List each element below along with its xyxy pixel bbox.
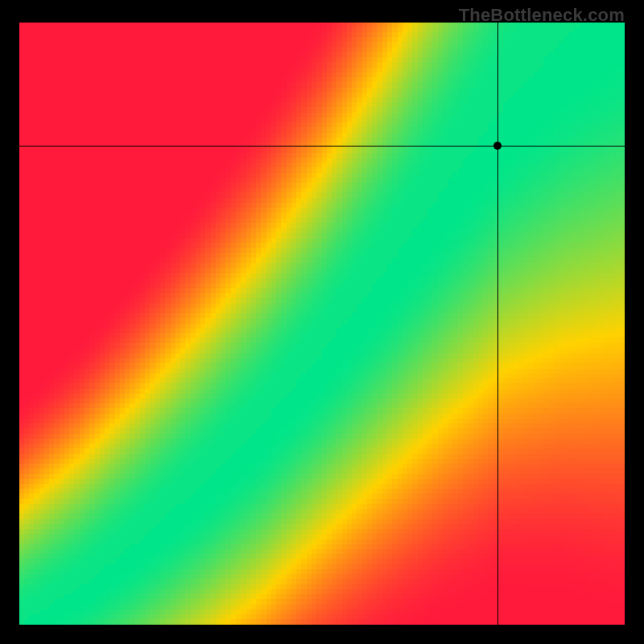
stage: TheBottleneck.com bbox=[0, 0, 644, 644]
heatmap-plot bbox=[19, 23, 625, 625]
watermark-text: TheBottleneck.com bbox=[459, 5, 625, 26]
heatmap-canvas bbox=[19, 23, 625, 625]
